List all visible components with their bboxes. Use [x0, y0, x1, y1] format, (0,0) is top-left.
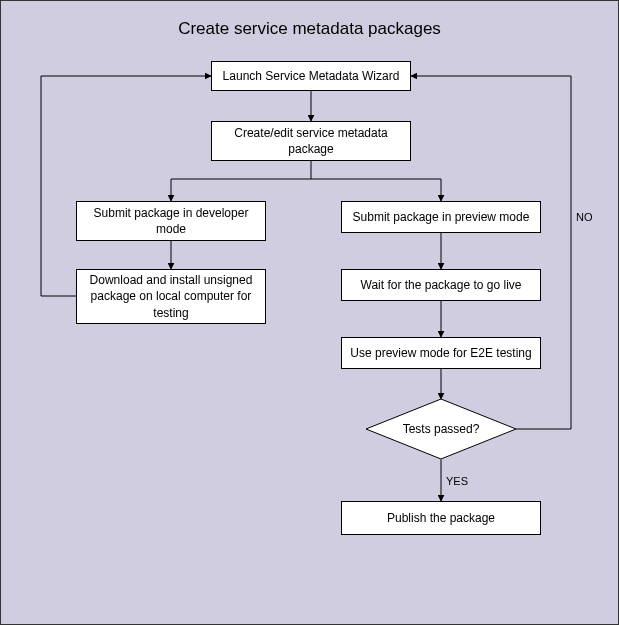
- node-wait-live: Wait for the package to go live: [341, 269, 541, 301]
- diagram-title: Create service metadata packages: [1, 19, 618, 39]
- node-download-install: Download and install unsigned package on…: [76, 269, 266, 324]
- node-launch: Launch Service Metadata Wizard: [211, 61, 411, 91]
- node-label: Publish the package: [387, 510, 495, 526]
- flowchart-canvas: Create service metadata packages Launch …: [0, 0, 619, 625]
- node-label: Submit package in developer mode: [83, 205, 259, 237]
- node-label: Use preview mode for E2E testing: [350, 345, 531, 361]
- edge-label-no: NO: [576, 211, 593, 223]
- node-label: Submit package in preview mode: [353, 209, 530, 225]
- node-label: Tests passed?: [403, 422, 480, 436]
- node-label: Download and install unsigned package on…: [83, 272, 259, 321]
- node-use-preview: Use preview mode for E2E testing: [341, 337, 541, 369]
- node-decision: Tests passed?: [366, 399, 516, 459]
- node-submit-preview: Submit package in preview mode: [341, 201, 541, 233]
- node-publish: Publish the package: [341, 501, 541, 535]
- node-label: Create/edit service metadata package: [218, 125, 404, 157]
- node-submit-dev: Submit package in developer mode: [76, 201, 266, 241]
- node-label: Wait for the package to go live: [361, 277, 522, 293]
- edge-label-yes: YES: [446, 475, 468, 487]
- node-create-edit: Create/edit service metadata package: [211, 121, 411, 161]
- node-label: Launch Service Metadata Wizard: [223, 68, 400, 84]
